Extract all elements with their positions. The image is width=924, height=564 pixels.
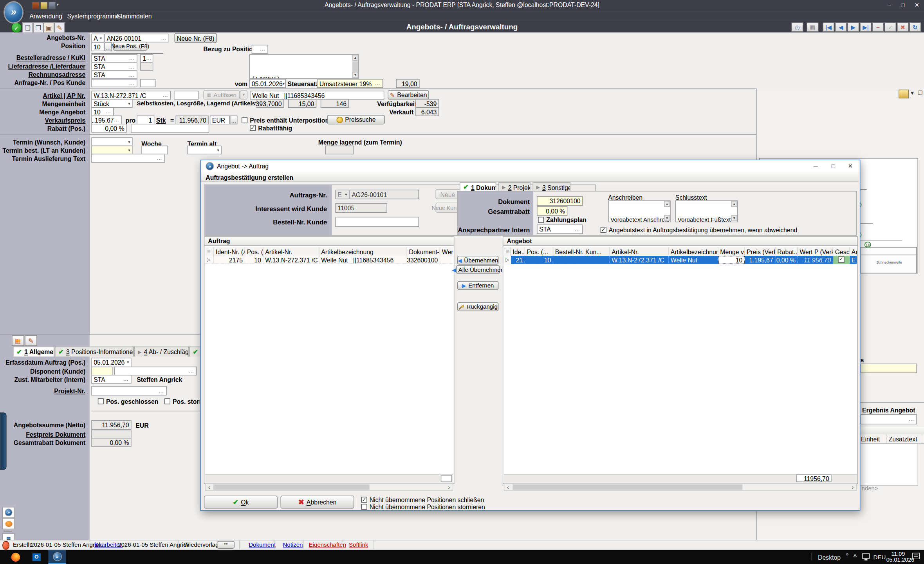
commit-button[interactable]: ✓ bbox=[884, 22, 896, 32]
angebot-col-preis[interactable]: Preis (Verk... bbox=[745, 247, 775, 256]
besteller-input[interactable]: STA… bbox=[91, 54, 137, 62]
disponent-name-input[interactable]: … bbox=[114, 367, 197, 376]
rabattfaehig-checkbox[interactable]: ✓ bbox=[250, 125, 256, 131]
ellipsis-icon[interactable]: … bbox=[909, 418, 915, 421]
taskbar-prodat-button[interactable]: » bbox=[48, 550, 66, 564]
auftrag-hscrollbar[interactable]: ‹ › bbox=[205, 483, 453, 491]
position-ellipsis-button[interactable]: … bbox=[104, 42, 112, 51]
ellipsis-icon[interactable]: … bbox=[157, 157, 162, 160]
dokument-input[interactable]: 312600100 bbox=[537, 196, 583, 206]
ellipsis-icon[interactable]: … bbox=[161, 36, 167, 40]
uebernehmen-button[interactable]: ◀Übernehmen bbox=[457, 256, 498, 265]
angebot-grid-row-selected[interactable]: ▷ 21 10 W.13.N-272.371 /C Welle Nut 10 1… bbox=[504, 256, 857, 264]
positionen-schliessen-checkbox[interactable]: ✓ bbox=[361, 497, 367, 503]
ellipsis-icon[interactable]: … bbox=[105, 110, 111, 113]
auftrag-col-ident[interactable]: Ident-Nr. (Auftra... bbox=[214, 247, 245, 256]
positionen-stornieren-checkbox[interactable] bbox=[361, 504, 367, 510]
address-info-box[interactable]: ( LAGER ) Steffen Angrick Storchennest S… bbox=[249, 54, 359, 79]
pos-kunde-input[interactable] bbox=[140, 79, 155, 87]
termin-best-select[interactable]: ▾ bbox=[91, 146, 132, 155]
ellipsis-icon[interactable]: … bbox=[129, 65, 135, 68]
menge-angebot-input[interactable]: 10… bbox=[91, 107, 114, 116]
scroll-thumb[interactable] bbox=[213, 484, 370, 490]
dialog-tab-projekt[interactable]: ▶2 Projekt bbox=[498, 182, 530, 192]
keyboard-language[interactable]: DEU bbox=[873, 554, 886, 560]
scroll-right-icon[interactable]: › bbox=[849, 484, 856, 490]
auftrag-col-dokument[interactable]: Dokument-Nr. bbox=[407, 247, 440, 256]
angebot-col-rabatt[interactable]: Rabat... bbox=[776, 247, 798, 256]
angebot-col-pos[interactable]: Pos. (... bbox=[525, 247, 553, 256]
schlusstext-textarea[interactable]: Vorgabetext Fußtext Angebot aus bbox=[675, 201, 738, 222]
angebots-prefix-select[interactable]: A▾ bbox=[91, 34, 104, 43]
delete-record-button[interactable]: − bbox=[872, 22, 884, 32]
bestell-nr-input[interactable] bbox=[335, 217, 419, 227]
schlusstext-scroll-down-icon[interactable]: ▼ bbox=[731, 215, 737, 221]
pos-geschlossen-checkbox[interactable] bbox=[98, 398, 104, 404]
auftrags-prefix-select[interactable]: E▾ bbox=[335, 190, 349, 199]
angebot-col-menge[interactable]: Menge ver... bbox=[718, 247, 745, 256]
dialog-gesamtrabatt-input[interactable]: 0,00 % bbox=[537, 206, 567, 216]
artikel-input[interactable]: W.13.N-272.371 /C… bbox=[91, 91, 171, 100]
aufloesen-caret-button[interactable]: ▾ bbox=[240, 90, 248, 99]
ellipsis-icon[interactable]: … bbox=[189, 369, 195, 372]
ellipsis-icon[interactable]: … bbox=[375, 82, 381, 85]
angebot-col-artikelnr[interactable]: Artikel-Nr. bbox=[610, 247, 669, 256]
window-maximize-button[interactable]: □ bbox=[896, 0, 909, 10]
angebotstext-checkbox[interactable]: ✓ bbox=[601, 227, 606, 233]
prodat-shortcut-icon[interactable]: » bbox=[2, 507, 15, 518]
grid-view-icon[interactable]: ▦ bbox=[12, 335, 24, 346]
dokument-link[interactable]: Dokument bbox=[249, 542, 276, 548]
alle-uebernehmen-button[interactable]: ◀Alle Übernehmen bbox=[456, 265, 500, 274]
neue-pos-button[interactable]: Neue Pos. (F8) bbox=[113, 42, 147, 51]
clock[interactable]: 11:0905.01.2026 bbox=[886, 551, 910, 563]
aufloesen-button[interactable]: ≣Auflösen bbox=[203, 90, 240, 99]
dialog-tab-dokument[interactable]: ✔1 Dokument bbox=[460, 182, 496, 192]
neue-nr-button[interactable]: Neue Nr. (F8) bbox=[175, 33, 217, 43]
unterpositionen-checkbox[interactable] bbox=[242, 117, 247, 123]
projekt-input[interactable]: … bbox=[91, 386, 167, 396]
ap-nr-input[interactable] bbox=[174, 91, 199, 100]
ergebnis-angebot-input[interactable]: … bbox=[860, 414, 917, 425]
nav-first-button[interactable]: |◀ bbox=[823, 22, 834, 32]
termin-text-input[interactable]: … bbox=[91, 154, 165, 163]
ellipsis-icon[interactable]: … bbox=[146, 57, 152, 60]
tab-allgemein[interactable]: ✔1 Allgemein bbox=[13, 347, 54, 357]
liefer-input[interactable]: STA… bbox=[91, 62, 137, 70]
cancel-edit-button[interactable]: ✖ bbox=[897, 22, 909, 32]
notification-icon[interactable] bbox=[912, 553, 920, 559]
window-minimize-button[interactable]: ─ bbox=[883, 0, 896, 10]
termin-wunsch-select[interactable]: ▾ bbox=[91, 137, 132, 146]
ok-button[interactable]: ✔Ok bbox=[204, 495, 278, 508]
rueckgaengig-button[interactable]: Rückgängig bbox=[457, 302, 498, 311]
rabatt-input[interactable]: 0,00 % bbox=[91, 124, 126, 133]
anschreiben-textarea[interactable]: Vorgabetext Anschreiben Angebot aus bbox=[608, 201, 671, 222]
erfassdatum-select[interactable]: 05.01.2026▾ bbox=[91, 358, 131, 367]
bezug-zu-position-input[interactable]: … bbox=[252, 45, 268, 54]
zusatztext-column-header[interactable]: Zusatztext bbox=[887, 434, 922, 443]
angebot-col-bestellnr[interactable]: Bestell-Nr. Kun... bbox=[553, 247, 610, 256]
ellipsis-icon[interactable]: … bbox=[129, 81, 135, 85]
angebots-nr-input[interactable]: AN26-00101… bbox=[104, 34, 169, 43]
auftrag-col-wert[interactable]: Wert bbox=[440, 247, 453, 256]
woche-input[interactable] bbox=[141, 146, 168, 155]
termin-alt-select[interactable]: ▾ bbox=[188, 146, 222, 155]
menu-anwendung[interactable]: Anwendung bbox=[25, 11, 67, 21]
angebot-cell-menge[interactable]: 10 bbox=[718, 256, 745, 264]
taskbar-desktop-label[interactable]: Desktop bbox=[818, 554, 841, 561]
refresh-button[interactable]: ↻ bbox=[909, 22, 921, 32]
angebot-col-wert[interactable]: Wert P (Verka... bbox=[798, 247, 833, 256]
fragment-yellow-input[interactable] bbox=[860, 363, 917, 373]
window-layout-icon[interactable]: ❐ bbox=[916, 89, 924, 97]
softlink-link[interactable]: Softlink bbox=[349, 542, 368, 548]
angebot-col-gesc[interactable]: Gesc... bbox=[833, 247, 850, 256]
rabatt-text-input[interactable] bbox=[131, 124, 209, 133]
disponent-code-input[interactable] bbox=[91, 367, 112, 376]
ellipsis-icon[interactable]: … bbox=[114, 118, 119, 121]
address-scroll-down-icon[interactable]: ▼ bbox=[352, 72, 358, 78]
steuersatz-input[interactable]: Umsatzsteuer 19%… bbox=[317, 79, 383, 88]
mengeneinheit-select[interactable]: Stück▾ bbox=[91, 99, 132, 108]
einheit-column-header[interactable]: Einheit bbox=[859, 434, 887, 443]
auftrag-grid-row[interactable]: ▷ 2175 10 W.13.N-272.371 /C Welle Nut ||… bbox=[205, 256, 453, 264]
history-clock-button[interactable]: ◷ bbox=[791, 22, 803, 32]
taskbar-chevrons-icon[interactable]: » bbox=[846, 551, 849, 557]
